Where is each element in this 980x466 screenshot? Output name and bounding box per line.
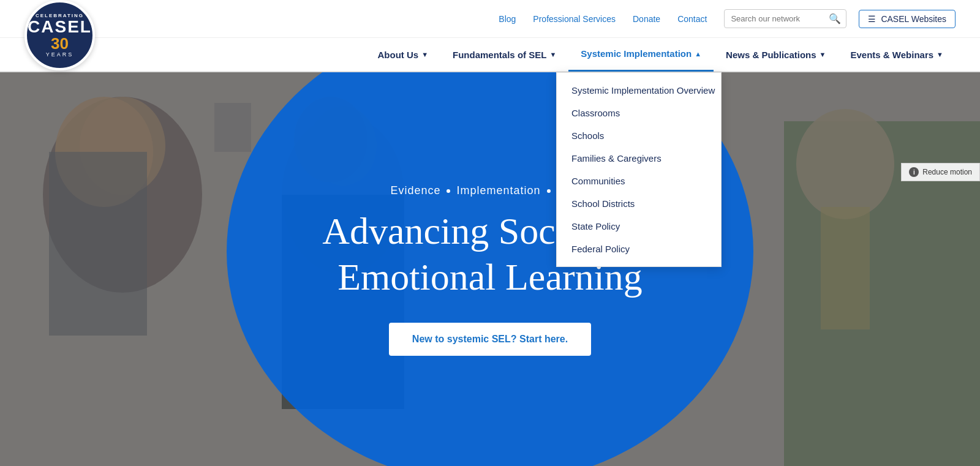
bullet-2	[547, 189, 551, 193]
nav-arrow-systemic: ▲	[695, 50, 701, 58]
hamburger-icon: ☰	[868, 14, 876, 24]
casel-websites-label: CASEL Websites	[881, 14, 946, 24]
nav-item-fundamentals[interactable]: Fundamentals of SEL ▼	[440, 37, 568, 72]
nav-item-systemic[interactable]: Systemic Implementation ▲	[568, 37, 714, 72]
nav-item-news[interactable]: News & Publications ▼	[714, 37, 838, 72]
tagline-implementation: Implementation	[456, 184, 540, 197]
nav-arrow-news: ▼	[820, 51, 826, 58]
reduce-motion-label: Reduce motion	[922, 168, 972, 176]
nav-arrow-events: ▼	[937, 51, 943, 58]
dropdown-item-families[interactable]: Families & Caregivers	[557, 147, 721, 170]
hero-cta-button[interactable]: New to systemic SEL? Start here.	[389, 323, 591, 356]
main-nav: About Us ▼ Fundamentals of SEL ▼ Systemi…	[0, 38, 980, 72]
logo-number: 30	[51, 36, 69, 51]
dropdown-item-schools[interactable]: Schools	[557, 124, 721, 147]
dropdown-item-classrooms[interactable]: Classrooms	[557, 102, 721, 124]
search-icon[interactable]: 🔍	[829, 13, 841, 24]
nav-item-about-us[interactable]: About Us ▼	[365, 37, 440, 72]
dropdown-item-school-districts[interactable]: School Districts	[557, 192, 721, 215]
casel-websites-button[interactable]: ☰ CASEL Websites	[859, 10, 956, 28]
tagline-evidence: Evidence	[390, 184, 440, 197]
nav-arrow-fundamentals: ▼	[549, 51, 556, 58]
hero-section: i Reduce motion Evidence Implementation …	[0, 72, 980, 466]
dropdown-item-state-policy[interactable]: State Policy	[557, 215, 721, 238]
site-logo[interactable]: CELEBRATING CASEL 30 YEARS	[24, 0, 95, 70]
blog-link[interactable]: Blog	[499, 14, 516, 24]
nav-label-news: News & Publications	[726, 50, 816, 60]
search-input[interactable]	[731, 14, 829, 23]
info-icon: i	[909, 167, 919, 177]
nav-label-systemic: Systemic Implementation	[581, 48, 692, 59]
dropdown-item-federal-policy[interactable]: Federal Policy	[557, 238, 721, 260]
systemic-dropdown: Systemic Implementation Overview Classro…	[556, 72, 722, 267]
nav-item-events[interactable]: Events & Webinars ▼	[839, 37, 956, 72]
dropdown-item-overview[interactable]: Systemic Implementation Overview	[557, 79, 721, 102]
professional-services-link[interactable]: Professional Services	[533, 14, 616, 24]
logo-brand: CASEL	[28, 18, 92, 36]
reduce-motion-button[interactable]: i Reduce motion	[901, 163, 980, 181]
bullet-1	[447, 189, 450, 193]
search-box[interactable]: 🔍	[724, 9, 846, 28]
logo-years-text: YEARS	[46, 51, 74, 58]
contact-link[interactable]: Contact	[677, 14, 707, 24]
nav-label-fundamentals: Fundamentals of SEL	[453, 50, 546, 60]
nav-arrow-about-us: ▼	[421, 51, 428, 58]
nav-label-events: Events & Webinars	[851, 50, 934, 60]
nav-items: About Us ▼ Fundamentals of SEL ▼ Systemi…	[365, 37, 956, 72]
nav-label-about-us: About Us	[377, 50, 418, 60]
dropdown-item-communities[interactable]: Communities	[557, 170, 721, 192]
utility-bar: Blog Professional Services Donate Contac…	[0, 0, 980, 38]
donate-link[interactable]: Donate	[633, 14, 660, 24]
